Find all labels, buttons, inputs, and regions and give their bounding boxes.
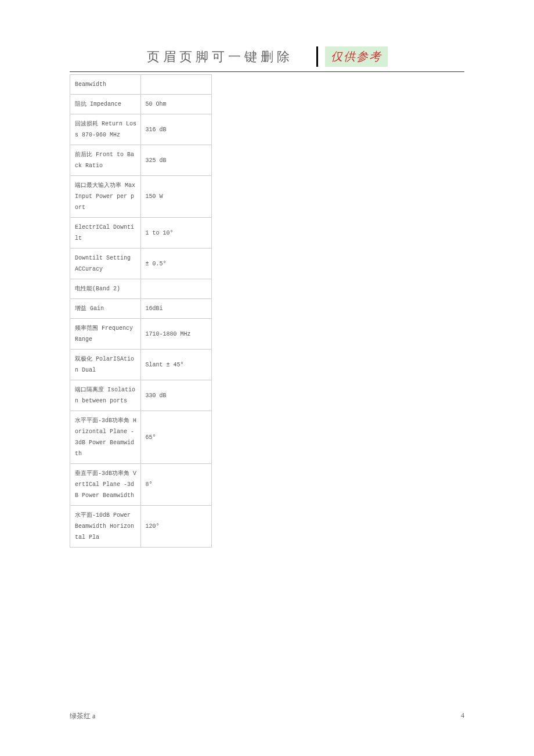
- spec-label: ElectrICal Downtilt: [70, 218, 141, 249]
- table-row: Downtilt Setting ACCuracy± 0.5°: [70, 249, 212, 279]
- spec-value: 120°: [140, 506, 212, 548]
- spec-label: Beamwidth: [70, 75, 141, 95]
- header-badge-wrap: 仅供参考: [316, 46, 388, 67]
- page-number: 4: [461, 711, 464, 721]
- spec-value: 16dBi: [140, 299, 212, 319]
- table-row: 增益 Gain16dBi: [70, 299, 212, 319]
- header-badge: 仅供参考: [325, 46, 388, 67]
- table-row: 阻抗 Impedance50 Ohm: [70, 95, 212, 114]
- spec-value: 325 dB: [140, 145, 212, 176]
- spec-value: 65°: [140, 411, 212, 464]
- table-row: 端口最大输入功率 Max Input Power per port150 W: [70, 176, 212, 218]
- spec-value: 50 Ohm: [140, 95, 212, 114]
- spec-value: [140, 75, 212, 95]
- spec-label: 电性能(Band 2): [70, 279, 141, 299]
- page-header: 页眉页脚可一键删除 仅供参考: [70, 46, 464, 67]
- table-row: 水平面-10dB Power Beamwidth Horizontal Pla1…: [70, 506, 212, 548]
- spec-label: 回波损耗 Return Loss 870-960 MHz: [70, 114, 141, 145]
- footer-left: 绿茶红 a: [70, 711, 95, 721]
- table-row: 水平平面-3dB功率角 Horizontal Plane -3dB Power …: [70, 411, 212, 464]
- spec-label: 前后比 Front to Back Ratio: [70, 145, 141, 176]
- table-row: 双极化 PolarISAtion DualSlant ± 45°: [70, 350, 212, 380]
- spec-value: 1710-1880 MHz: [140, 319, 212, 350]
- spec-label: 垂直平面-3dB功率角 VertICal Plane -3dB Power Be…: [70, 464, 141, 506]
- spec-label: 端口最大输入功率 Max Input Power per port: [70, 176, 141, 218]
- spec-table: Beamwidth阻抗 Impedance50 Ohm回波损耗 Return L…: [70, 74, 212, 548]
- spec-value: 330 dB: [140, 380, 212, 411]
- table-row: 电性能(Band 2): [70, 279, 212, 299]
- table-row: Beamwidth: [70, 75, 212, 95]
- spec-value: 1 to 10°: [140, 218, 212, 249]
- spec-label: Downtilt Setting ACCuracy: [70, 249, 141, 279]
- spec-label: 水平面-10dB Power Beamwidth Horizontal Pla: [70, 506, 141, 548]
- table-row: 端口隔离度 Isolation between ports330 dB: [70, 380, 212, 411]
- spec-value: [140, 279, 212, 299]
- spec-label: 增益 Gain: [70, 299, 141, 319]
- page-footer: 绿茶红 a 4: [70, 711, 464, 721]
- spec-label: 阻抗 Impedance: [70, 95, 141, 114]
- header-rule: [70, 71, 464, 72]
- spec-label: 端口隔离度 Isolation between ports: [70, 380, 141, 411]
- spec-value: ± 0.5°: [140, 249, 212, 279]
- spec-value: Slant ± 45°: [140, 350, 212, 380]
- header-title: 页眉页脚可一键删除: [147, 48, 293, 66]
- spec-label: 频率范围 Frequency Range: [70, 319, 141, 350]
- table-row: ElectrICal Downtilt1 to 10°: [70, 218, 212, 249]
- table-row: 回波损耗 Return Loss 870-960 MHz316 dB: [70, 114, 212, 145]
- spec-label: 水平平面-3dB功率角 Horizontal Plane -3dB Power …: [70, 411, 141, 464]
- spec-value: 316 dB: [140, 114, 212, 145]
- table-row: 垂直平面-3dB功率角 VertICal Plane -3dB Power Be…: [70, 464, 212, 506]
- spec-value: 150 W: [140, 176, 212, 218]
- spec-label: 双极化 PolarISAtion Dual: [70, 350, 141, 380]
- table-row: 频率范围 Frequency Range1710-1880 MHz: [70, 319, 212, 350]
- table-row: 前后比 Front to Back Ratio325 dB: [70, 145, 212, 176]
- spec-value: 8°: [140, 464, 212, 506]
